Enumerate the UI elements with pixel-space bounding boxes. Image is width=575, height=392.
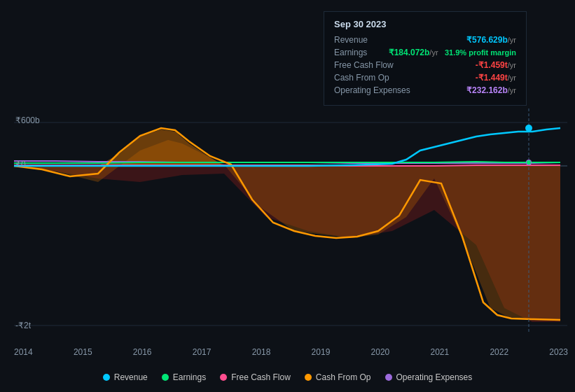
x-label-2021: 2021 bbox=[430, 347, 449, 357]
y-label-600b: ₹600b bbox=[15, 115, 40, 125]
tooltip-earnings-label: Earnings bbox=[334, 48, 367, 57]
y-label-0: ₹0 bbox=[15, 160, 26, 169]
legend-earnings[interactable]: Earnings bbox=[162, 372, 206, 382]
tooltip-date: Sep 30 2023 bbox=[334, 19, 516, 29]
x-label-2017: 2017 bbox=[193, 347, 212, 357]
tooltip-revenue-label: Revenue bbox=[334, 35, 368, 45]
tooltip-fcf-label: Free Cash Flow bbox=[334, 60, 394, 70]
tooltip-earnings-row: Earnings ₹184.072b/yr 31.9% profit margi… bbox=[334, 48, 516, 57]
legend-revenue-label: Revenue bbox=[114, 372, 148, 382]
tooltip-cfo-row: Cash From Op -₹1.449t/yr bbox=[334, 73, 516, 83]
svg-point-7 bbox=[525, 125, 532, 132]
chart-container: ₹600b ₹0 -₹2t 2014 2015 2016 2017 2018 2… bbox=[0, 0, 575, 392]
legend-cfo-label: Cash From Op bbox=[316, 372, 371, 382]
tooltip-cfo-label: Cash From Op bbox=[334, 73, 389, 83]
legend-earnings-label: Earnings bbox=[173, 372, 206, 382]
legend-earnings-dot bbox=[162, 374, 169, 381]
legend-opex-dot bbox=[385, 374, 392, 381]
tooltip-opex-row: Operating Expenses ₹232.162b/yr bbox=[334, 85, 516, 95]
legend-fcf-dot bbox=[220, 374, 227, 381]
x-label-2023: 2023 bbox=[549, 347, 568, 357]
x-axis: 2014 2015 2016 2017 2018 2019 2020 2021 … bbox=[14, 347, 568, 357]
tooltip-revenue-row: Revenue ₹576.629b/yr bbox=[334, 35, 516, 45]
x-label-2015: 2015 bbox=[74, 347, 92, 357]
x-label-2014: 2014 bbox=[14, 347, 33, 357]
x-label-2018: 2018 bbox=[252, 347, 271, 357]
x-label-2022: 2022 bbox=[490, 347, 508, 357]
x-label-2019: 2019 bbox=[312, 347, 331, 357]
tooltip-revenue-value: ₹576.629b/yr bbox=[466, 35, 516, 45]
legend-opex[interactable]: Operating Expenses bbox=[385, 372, 473, 382]
tooltip-fcf-row: Free Cash Flow -₹1.459t/yr bbox=[334, 60, 516, 70]
legend-revenue-dot bbox=[103, 374, 110, 381]
tooltip-opex-value: ₹232.162b/yr bbox=[466, 85, 516, 95]
tooltip-cfo-value: -₹1.449t/yr bbox=[476, 73, 516, 83]
legend-cfo-dot bbox=[305, 374, 312, 381]
legend-opex-label: Operating Expenses bbox=[396, 372, 473, 382]
x-label-2020: 2020 bbox=[371, 347, 390, 357]
y-label-neg2t: -₹2t bbox=[15, 321, 31, 330]
svg-point-9 bbox=[527, 160, 531, 164]
x-label-2016: 2016 bbox=[133, 347, 152, 357]
tooltip-opex-label: Operating Expenses bbox=[334, 85, 410, 95]
legend-fcf-label: Free Cash Flow bbox=[231, 372, 291, 382]
legend-revenue[interactable]: Revenue bbox=[103, 372, 148, 382]
legend-fcf[interactable]: Free Cash Flow bbox=[220, 372, 291, 382]
tooltip: Sep 30 2023 Revenue ₹576.629b/yr Earning… bbox=[324, 11, 527, 106]
tooltip-fcf-value: -₹1.459t/yr bbox=[476, 60, 516, 70]
tooltip-earnings-value: ₹184.072b/yr 31.9% profit margin bbox=[389, 48, 516, 57]
legend-cfo[interactable]: Cash From Op bbox=[305, 372, 371, 382]
chart-legend: Revenue Earnings Free Cash Flow Cash Fro… bbox=[0, 372, 575, 382]
